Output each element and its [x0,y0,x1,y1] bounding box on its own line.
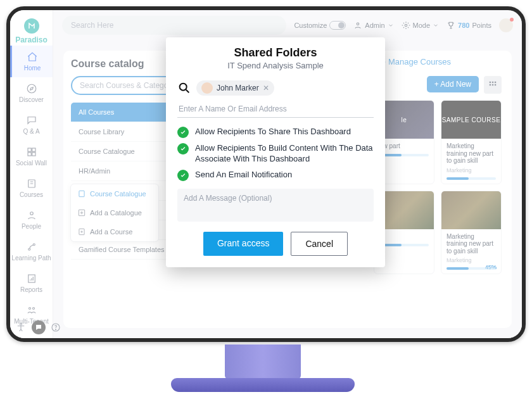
svg-rect-21 [495,84,496,85]
svg-rect-5 [32,153,35,156]
manage-courses-link[interactable]: Manage Courses [377,57,451,66]
share-option[interactable]: Allow Recipients To Build Content With T… [177,143,374,165]
dialog-title: Shared Folders [177,46,374,60]
progress-bar [446,177,496,180]
progress-bar [379,154,429,156]
chat-bubble-button[interactable] [32,320,46,334]
share-option[interactable]: Send An Email Notification [177,170,374,181]
admin-menu[interactable]: Admin [353,21,393,30]
avatar-icon [201,82,213,94]
points-badge[interactable]: 780Points [446,21,491,30]
category-course-catalogue[interactable]: Course Catalogue [71,142,179,161]
svg-point-28 [180,84,187,91]
svg-point-27 [55,329,56,330]
share-option[interactable]: Allow Recipients To Share This Dashboard [177,127,374,138]
chat-icon [35,324,42,331]
sidebar-item-social-wall[interactable]: Social Wall [10,141,53,172]
cancel-button[interactable]: Cancel [291,232,348,256]
svg-rect-22 [79,191,84,196]
course-title: Marketing training new part to gain skil… [446,233,496,255]
help-icon[interactable] [51,322,61,332]
svg-rect-3 [32,148,35,151]
svg-point-7 [30,212,33,215]
category-gamified[interactable]: Gamified Course Templates [71,240,179,260]
dialog-subtitle: IT Spend Analysis Sample [177,61,374,70]
sidebar-item-discover[interactable]: Discover [10,77,53,109]
ctx-add-course[interactable]: Add a Course [71,222,158,241]
grant-access-button[interactable]: Grant access [203,232,283,256]
sidebar-item-people[interactable]: People [10,204,53,236]
svg-rect-4 [28,153,31,156]
progress-bar [379,244,429,246]
svg-point-12 [32,308,34,310]
svg-rect-18 [495,82,496,83]
course-title: g [379,233,429,241]
add-new-button[interactable]: + Add New [427,76,479,92]
course-card[interactable]: Marketing training new part to gain skil… [441,191,502,275]
svg-rect-20 [492,84,493,85]
customize-toggle[interactable]: Customize [294,21,346,30]
share-dialog: Shared Folders IT Spend Analysis Sample … [166,37,385,267]
course-thumb: SAMPLE COURSE [441,101,501,139]
remove-chip-icon[interactable]: ✕ [263,84,269,92]
accessibility-icon[interactable] [15,322,27,333]
svg-point-11 [28,308,30,310]
check-icon [177,170,189,181]
sidebar-item-home[interactable]: Home [10,46,53,77]
recipient-name: John Marker [217,84,259,92]
user-avatar[interactable] [499,18,513,32]
category-list: All Courses Course Library Course Catalo… [71,103,179,260]
course-card[interactable]: SAMPLE COURSE Marketing training new par… [441,100,502,184]
gear-icon [402,21,410,30]
svg-point-1 [27,84,36,93]
ctx-course-catalogue[interactable]: Course Catalogue [71,184,158,203]
brand-name: Paradiso [15,35,48,44]
svg-point-8 [28,248,30,250]
course-thumb [441,191,501,229]
sidebar-item-courses[interactable]: Courses [10,172,53,204]
category-course-library[interactable]: Course Library [71,122,179,142]
ctx-add-catalogue[interactable]: Add a Catalogue [71,203,158,222]
svg-rect-2 [28,148,31,151]
mode-menu[interactable]: Mode [402,21,440,30]
svg-point-14 [405,24,407,27]
plus-book-icon [77,227,86,236]
sidebar-item-qa[interactable]: Q & A [10,109,53,141]
svg-point-9 [33,244,35,246]
grid-icon [488,80,497,89]
chevron-down-icon [433,22,439,28]
check-icon [177,143,189,155]
chevron-down-icon [388,22,394,28]
sidebar-item-reports[interactable]: Reports [10,267,53,299]
svg-rect-19 [490,84,491,85]
progress-value: 45% [485,264,497,270]
check-icon [177,127,189,138]
floating-toolbar [15,320,61,334]
course-title: Marketing training new part to gain skil… [446,142,496,165]
message-textarea[interactable]: Add A Message (Optional) [177,189,374,222]
plus-square-icon [77,208,86,217]
recipient-input[interactable]: Enter A Name Or Email Address [177,101,374,118]
course-grid: le ew part45% SAMPLE COURSE Marketing tr… [374,100,502,274]
svg-point-13 [357,23,360,25]
svg-rect-16 [490,82,491,83]
topbar: Search Here Customize Admin Mode 780Poin… [53,10,522,41]
toggle-icon [329,21,346,30]
sidebar-item-learning-path[interactable]: Learning Path [10,236,53,267]
book-icon [77,189,86,198]
svg-rect-17 [492,82,493,83]
category-hr-admin[interactable]: HR/Admin [71,161,179,181]
search-icon [177,81,191,95]
grid-view-button[interactable] [484,76,502,94]
global-search-input[interactable]: Search Here [62,16,286,35]
sidebar: Paradiso Home Discover Q & A Social Wall… [10,10,53,338]
category-context-menu: Course Catalogue Add a Catalogue Add a C… [70,184,159,242]
recipient-chip[interactable]: John Marker ✕ [196,80,274,96]
course-title: ew part [379,142,429,150]
category-all-courses[interactable]: All Courses [71,103,179,122]
brand-logo: Paradiso [10,14,53,46]
svg-point-25 [20,323,22,325]
user-icon [353,21,362,30]
trophy-icon [446,21,455,30]
